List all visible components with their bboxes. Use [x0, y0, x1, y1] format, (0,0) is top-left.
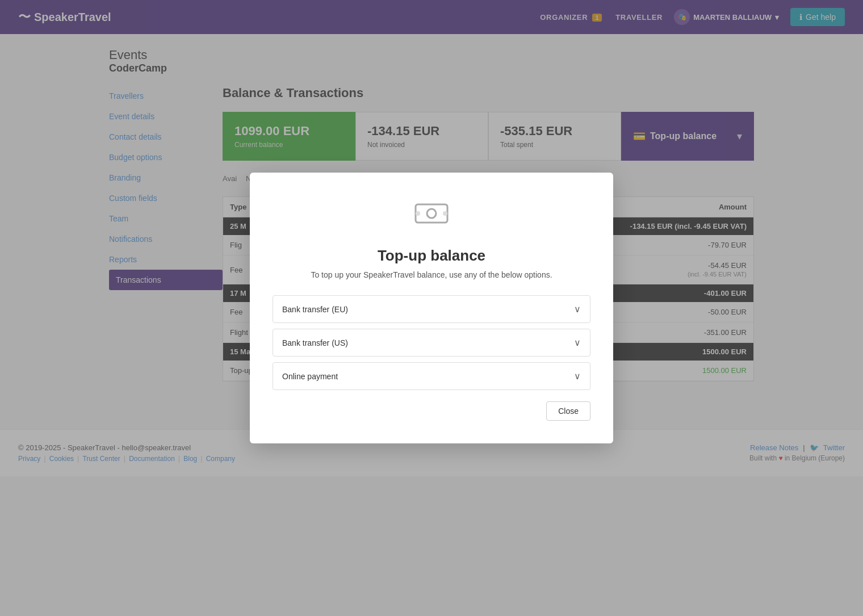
- modal-overlay[interactable]: Top-up balance To top up your SpeakerTra…: [0, 0, 863, 476]
- svg-point-2: [416, 211, 420, 216]
- online-payment-option[interactable]: Online payment ∨: [273, 362, 590, 390]
- bank-transfer-eu-chevron-icon: ∨: [574, 304, 581, 315]
- modal-money-icon: [273, 195, 590, 238]
- topup-modal: Top-up balance To top up your SpeakerTra…: [250, 173, 613, 443]
- svg-point-1: [427, 209, 436, 218]
- svg-rect-0: [416, 204, 447, 223]
- svg-point-3: [443, 211, 447, 216]
- online-payment-label: Online payment: [282, 372, 338, 381]
- modal-footer: Close: [273, 401, 590, 421]
- bank-transfer-us-label: Bank transfer (US): [282, 338, 348, 347]
- bank-transfer-us-option[interactable]: Bank transfer (US) ∨: [273, 329, 590, 357]
- modal-close-button[interactable]: Close: [546, 401, 590, 421]
- modal-title: Top-up balance: [273, 247, 590, 265]
- bank-transfer-us-chevron-icon: ∨: [574, 337, 581, 348]
- bank-transfer-eu-label: Bank transfer (EU): [282, 305, 348, 314]
- modal-subtitle: To top up your SpeakerTravel balance, us…: [273, 270, 590, 279]
- online-payment-chevron-icon: ∨: [574, 371, 581, 382]
- bank-transfer-eu-option[interactable]: Bank transfer (EU) ∨: [273, 295, 590, 323]
